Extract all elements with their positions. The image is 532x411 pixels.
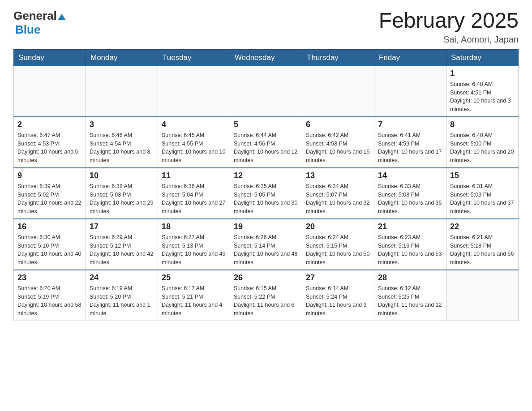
calendar-cell: 26Sunrise: 6:15 AMSunset: 5:22 PMDayligh… <box>230 270 302 321</box>
day-number: 25 <box>162 273 226 283</box>
weekday-wednesday: Wednesday <box>230 49 302 66</box>
weekday-tuesday: Tuesday <box>158 49 230 66</box>
calendar-title: February 2025 <box>379 9 519 33</box>
day-number: 18 <box>162 222 226 231</box>
day-info: Sunrise: 6:21 AMSunset: 5:18 PMDaylight:… <box>450 233 515 267</box>
calendar-cell: 6Sunrise: 6:42 AMSunset: 4:58 PMDaylight… <box>302 117 374 168</box>
calendar-week-2: 2Sunrise: 6:47 AMSunset: 4:53 PMDaylight… <box>14 117 519 168</box>
calendar-cell: 10Sunrise: 6:38 AMSunset: 5:03 PMDayligh… <box>86 168 158 219</box>
calendar-cell: 22Sunrise: 6:21 AMSunset: 5:18 PMDayligh… <box>446 219 519 270</box>
day-info: Sunrise: 6:14 AMSunset: 5:24 PMDaylight:… <box>306 284 370 318</box>
calendar-cell: 13Sunrise: 6:34 AMSunset: 5:07 PMDayligh… <box>302 168 374 219</box>
day-number: 23 <box>17 273 82 283</box>
day-number: 9 <box>17 171 82 180</box>
calendar-cell <box>446 270 519 321</box>
weekday-header-row: SundayMondayTuesdayWednesdayThursdayFrid… <box>14 49 519 66</box>
day-info: Sunrise: 6:27 AMSunset: 5:13 PMDaylight:… <box>162 233 226 267</box>
calendar-cell: 17Sunrise: 6:29 AMSunset: 5:12 PMDayligh… <box>86 219 158 270</box>
calendar-cell: 27Sunrise: 6:14 AMSunset: 5:24 PMDayligh… <box>302 270 374 321</box>
day-number: 4 <box>162 120 226 129</box>
day-info: Sunrise: 6:44 AMSunset: 4:56 PMDaylight:… <box>234 131 298 165</box>
day-number: 7 <box>378 120 442 129</box>
calendar-week-1: 1Sunrise: 6:48 AMSunset: 4:51 PMDaylight… <box>14 66 519 117</box>
day-number: 3 <box>90 120 154 129</box>
day-number: 22 <box>450 222 515 231</box>
weekday-thursday: Thursday <box>302 49 374 66</box>
day-number: 17 <box>90 222 154 231</box>
day-number: 14 <box>378 171 442 180</box>
day-number: 21 <box>378 222 442 231</box>
calendar-week-3: 9Sunrise: 6:39 AMSunset: 5:02 PMDaylight… <box>14 168 519 219</box>
day-info: Sunrise: 6:39 AMSunset: 5:02 PMDaylight:… <box>17 182 82 216</box>
logo-blue-text: Blue <box>15 23 40 37</box>
weekday-saturday: Saturday <box>446 49 519 66</box>
calendar-cell: 9Sunrise: 6:39 AMSunset: 5:02 PMDaylight… <box>14 168 86 219</box>
calendar-cell <box>14 66 86 117</box>
day-number: 19 <box>234 222 298 231</box>
calendar-cell: 2Sunrise: 6:47 AMSunset: 4:53 PMDaylight… <box>14 117 86 168</box>
day-number: 11 <box>162 171 226 180</box>
day-info: Sunrise: 6:48 AMSunset: 4:51 PMDaylight:… <box>450 80 515 114</box>
day-number: 24 <box>90 273 154 283</box>
weekday-friday: Friday <box>374 49 446 66</box>
day-info: Sunrise: 6:30 AMSunset: 5:10 PMDaylight:… <box>17 233 82 267</box>
day-info: Sunrise: 6:42 AMSunset: 4:58 PMDaylight:… <box>306 131 370 165</box>
calendar-cell: 28Sunrise: 6:12 AMSunset: 5:25 PMDayligh… <box>374 270 446 321</box>
calendar-cell: 16Sunrise: 6:30 AMSunset: 5:10 PMDayligh… <box>14 219 86 270</box>
day-number: 28 <box>378 273 442 283</box>
day-number: 13 <box>306 171 370 180</box>
calendar-cell: 19Sunrise: 6:26 AMSunset: 5:14 PMDayligh… <box>230 219 302 270</box>
calendar-cell <box>302 66 374 117</box>
calendar-cell <box>158 66 230 117</box>
day-info: Sunrise: 6:36 AMSunset: 5:04 PMDaylight:… <box>162 182 226 216</box>
day-number: 15 <box>450 171 515 180</box>
calendar-cell: 5Sunrise: 6:44 AMSunset: 4:56 PMDaylight… <box>230 117 302 168</box>
weekday-sunday: Sunday <box>14 49 86 66</box>
day-number: 1 <box>450 69 515 78</box>
day-info: Sunrise: 6:24 AMSunset: 5:15 PMDaylight:… <box>306 233 370 267</box>
weekday-monday: Monday <box>86 49 158 66</box>
day-info: Sunrise: 6:19 AMSunset: 5:20 PMDaylight:… <box>90 284 154 318</box>
calendar-cell: 7Sunrise: 6:41 AMSunset: 4:59 PMDaylight… <box>374 117 446 168</box>
calendar-cell: 25Sunrise: 6:17 AMSunset: 5:21 PMDayligh… <box>158 270 230 321</box>
day-info: Sunrise: 6:29 AMSunset: 5:12 PMDaylight:… <box>90 233 154 267</box>
calendar-cell: 12Sunrise: 6:35 AMSunset: 5:05 PMDayligh… <box>230 168 302 219</box>
day-info: Sunrise: 6:12 AMSunset: 5:25 PMDaylight:… <box>378 284 442 318</box>
day-info: Sunrise: 6:41 AMSunset: 4:59 PMDaylight:… <box>378 131 442 165</box>
calendar-week-5: 23Sunrise: 6:20 AMSunset: 5:19 PMDayligh… <box>14 270 519 321</box>
calendar-cell: 1Sunrise: 6:48 AMSunset: 4:51 PMDaylight… <box>446 66 519 117</box>
page-header: General Blue February 2025 Sai, Aomori, … <box>13 9 519 45</box>
day-number: 10 <box>90 171 154 180</box>
calendar-cell: 15Sunrise: 6:31 AMSunset: 5:09 PMDayligh… <box>446 168 519 219</box>
calendar-week-4: 16Sunrise: 6:30 AMSunset: 5:10 PMDayligh… <box>14 219 519 270</box>
day-info: Sunrise: 6:40 AMSunset: 5:00 PMDaylight:… <box>450 131 515 165</box>
day-info: Sunrise: 6:47 AMSunset: 4:53 PMDaylight:… <box>17 131 82 165</box>
calendar-cell <box>230 66 302 117</box>
calendar-cell: 23Sunrise: 6:20 AMSunset: 5:19 PMDayligh… <box>14 270 86 321</box>
calendar-cell: 21Sunrise: 6:23 AMSunset: 5:16 PMDayligh… <box>374 219 446 270</box>
day-number: 8 <box>450 120 515 129</box>
day-info: Sunrise: 6:33 AMSunset: 5:08 PMDaylight:… <box>378 182 442 216</box>
calendar-table: SundayMondayTuesdayWednesdayThursdayFrid… <box>13 49 519 321</box>
day-number: 5 <box>234 120 298 129</box>
calendar-cell: 11Sunrise: 6:36 AMSunset: 5:04 PMDayligh… <box>158 168 230 219</box>
title-section: February 2025 Sai, Aomori, Japan <box>379 9 519 45</box>
day-info: Sunrise: 6:20 AMSunset: 5:19 PMDaylight:… <box>17 284 82 318</box>
day-info: Sunrise: 6:46 AMSunset: 4:54 PMDaylight:… <box>90 131 154 165</box>
day-info: Sunrise: 6:34 AMSunset: 5:07 PMDaylight:… <box>306 182 370 216</box>
calendar-cell: 4Sunrise: 6:45 AMSunset: 4:55 PMDaylight… <box>158 117 230 168</box>
day-number: 16 <box>17 222 82 231</box>
day-number: 26 <box>234 273 298 283</box>
day-info: Sunrise: 6:31 AMSunset: 5:09 PMDaylight:… <box>450 182 515 216</box>
day-number: 20 <box>306 222 370 231</box>
calendar-subtitle: Sai, Aomori, Japan <box>379 34 519 45</box>
day-info: Sunrise: 6:17 AMSunset: 5:21 PMDaylight:… <box>162 284 226 318</box>
calendar-cell <box>86 66 158 117</box>
day-info: Sunrise: 6:45 AMSunset: 4:55 PMDaylight:… <box>162 131 226 165</box>
day-number: 12 <box>234 171 298 180</box>
svg-marker-0 <box>58 14 66 20</box>
logo-general-text: General <box>13 9 57 23</box>
day-info: Sunrise: 6:35 AMSunset: 5:05 PMDaylight:… <box>234 182 298 216</box>
day-number: 27 <box>306 273 370 283</box>
day-info: Sunrise: 6:26 AMSunset: 5:14 PMDaylight:… <box>234 233 298 267</box>
